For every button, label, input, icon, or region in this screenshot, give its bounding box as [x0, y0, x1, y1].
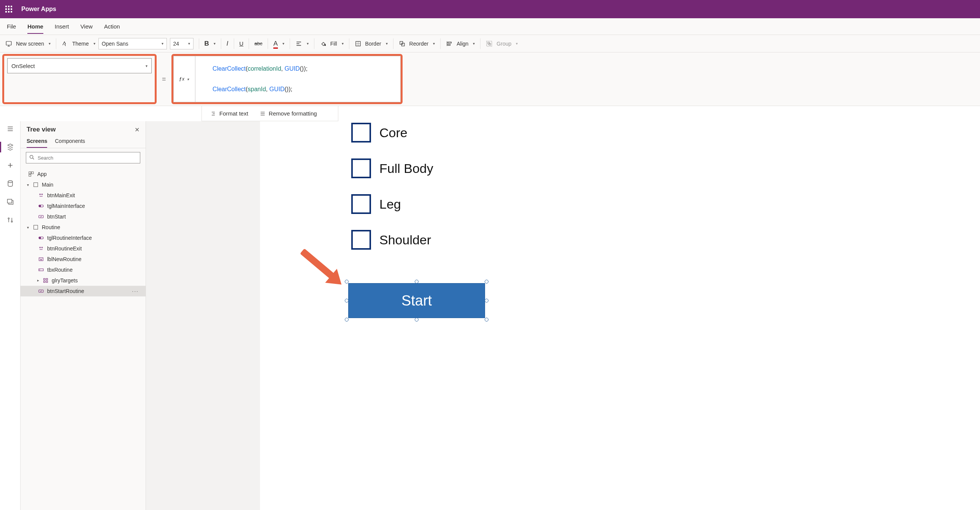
checkbox-icon[interactable] — [351, 230, 371, 250]
formula-bar: OnSelect ▾ = fx▾ ClearCollect(correlatio… — [0, 52, 980, 106]
align-text-button[interactable]: ▾ — [295, 40, 309, 47]
workspace: Tree view ✕ Screens Components App ▾ — [0, 121, 980, 510]
label-icon — [38, 256, 44, 262]
highlight-formula: fx▾ ClearCollect(correlationId, GUID());… — [172, 54, 402, 104]
svg-rect-23 — [34, 226, 38, 230]
canvas[interactable]: Core Full Body Leg Shoulder Start — [260, 121, 980, 510]
fill-button[interactable]: Fill▾ — [320, 40, 344, 47]
annotation-arrow — [300, 249, 336, 280]
svg-rect-5 — [448, 44, 450, 45]
rail-media[interactable] — [6, 198, 14, 206]
checkbox-full-body[interactable]: Full Body — [351, 159, 433, 178]
menu-file[interactable]: File — [7, 23, 16, 30]
checkbox-icon[interactable] — [351, 194, 371, 214]
align-button[interactable]: Align▾ — [446, 40, 475, 47]
property-selector[interactable]: OnSelect ▾ — [7, 58, 152, 73]
component-icon — [38, 246, 44, 252]
svg-rect-32 — [44, 281, 45, 282]
bold-button[interactable]: B▾ — [205, 40, 216, 48]
reorder-button[interactable]: Reorder▾ — [399, 40, 435, 47]
italic-button[interactable]: I — [227, 40, 229, 48]
new-screen-button[interactable]: New screen ▾ — [5, 40, 51, 47]
waffle-icon[interactable] — [5, 6, 12, 13]
strike-button[interactable]: abc — [254, 41, 262, 46]
fx-button[interactable]: fx▾ — [173, 56, 196, 102]
svg-point-27 — [41, 247, 43, 248]
menu-view[interactable]: View — [80, 23, 92, 30]
tree-node[interactable]: tglRoutineInterface — [21, 233, 146, 243]
chevron-right-icon: ▾ — [36, 278, 40, 282]
rail-hamburger[interactable] — [6, 125, 14, 133]
tree-node[interactable]: tglMainInterface — [21, 201, 146, 211]
checkbox-leg[interactable]: Leg — [351, 194, 433, 214]
align-objects-icon — [446, 40, 453, 47]
svg-point-13 — [30, 156, 33, 159]
rail-tree-view[interactable] — [6, 143, 14, 151]
tree-node-app[interactable]: App — [21, 169, 146, 180]
formula-format-bar: Format text Remove formatting — [202, 106, 338, 121]
font-size-select[interactable]: 24 ▾ — [170, 38, 194, 49]
font-color-button[interactable]: A ▾ — [273, 40, 284, 48]
remove-formatting-button[interactable]: Remove formatting — [259, 110, 317, 117]
tree-node-screen-main[interactable]: ▾ Main — [21, 180, 146, 190]
chevron-down-icon: ▾ — [26, 226, 30, 230]
tree-node-selected[interactable]: btnStartRoutine ··· — [21, 286, 146, 296]
menu-home[interactable]: Home — [27, 23, 43, 30]
rail-advanced[interactable] — [6, 216, 14, 224]
chevron-down-icon: ▾ — [49, 41, 51, 46]
checkbox-icon[interactable] — [351, 123, 371, 143]
svg-point-12 — [11, 221, 12, 222]
chevron-down-icon: ▾ — [26, 183, 30, 187]
selection-handles[interactable] — [347, 281, 487, 319]
group-button[interactable]: Group▾ — [486, 40, 518, 47]
start-button-selection[interactable]: Start — [348, 283, 485, 318]
screen-icon — [5, 40, 12, 47]
svg-rect-30 — [44, 278, 45, 280]
tab-components[interactable]: Components — [55, 135, 85, 148]
rail-data[interactable] — [6, 180, 14, 187]
menu-action[interactable]: Action — [104, 23, 120, 30]
svg-point-26 — [40, 247, 41, 248]
app-icon — [28, 171, 34, 177]
formula-editor[interactable]: ClearCollect(correlationId, GUID()); Cle… — [196, 56, 401, 102]
chevron-down-icon: ▾ — [188, 41, 190, 46]
tree-node-screen-routine[interactable]: ▾ Routine — [21, 222, 146, 233]
tree-node[interactable]: ▾ glryTargets — [21, 275, 146, 286]
tree-node[interactable]: btnMainExit — [21, 190, 146, 201]
font-select[interactable]: Open Sans ▾ — [99, 38, 167, 49]
tree-node[interactable]: tbxRoutine — [21, 264, 146, 275]
theme-icon — [62, 40, 68, 47]
tab-screens[interactable]: Screens — [27, 135, 47, 148]
svg-point-25 — [39, 237, 41, 239]
tree-node[interactable]: btnRoutineExit — [21, 243, 146, 254]
svg-rect-0 — [6, 41, 11, 45]
svg-rect-14 — [29, 172, 31, 174]
screen-icon — [33, 182, 39, 188]
border-button[interactable]: Border▾ — [355, 40, 388, 47]
fill-icon — [320, 40, 326, 47]
titlebar: Power Apps — [0, 0, 980, 18]
svg-rect-7 — [488, 42, 490, 44]
checkbox-shoulder[interactable]: Shoulder — [351, 230, 433, 250]
svg-rect-2 — [400, 41, 403, 44]
tree-node[interactable]: lblNewRoutine — [21, 254, 146, 264]
svg-rect-31 — [46, 278, 48, 280]
left-rail — [0, 121, 21, 510]
checkbox-icon[interactable] — [351, 159, 371, 178]
svg-rect-16 — [29, 175, 31, 176]
more-icon[interactable]: ··· — [132, 288, 142, 294]
border-icon — [355, 40, 361, 47]
tree-search-input[interactable] — [26, 152, 140, 164]
tree-view-title: Tree view — [27, 126, 56, 133]
underline-button[interactable]: U — [240, 40, 244, 47]
theme-button[interactable]: Theme ▾ — [62, 40, 95, 47]
menu-insert[interactable]: Insert — [55, 23, 69, 30]
tree-node[interactable]: btnStart — [21, 211, 146, 222]
rail-insert[interactable] — [6, 162, 14, 169]
chevron-down-icon: ▾ — [94, 41, 95, 46]
close-icon[interactable]: ✕ — [135, 126, 140, 133]
format-text-button[interactable]: Format text — [210, 110, 248, 117]
highlight-property: OnSelect ▾ — [2, 54, 157, 104]
checkbox-core[interactable]: Core — [351, 123, 433, 143]
svg-rect-10 — [7, 199, 12, 203]
